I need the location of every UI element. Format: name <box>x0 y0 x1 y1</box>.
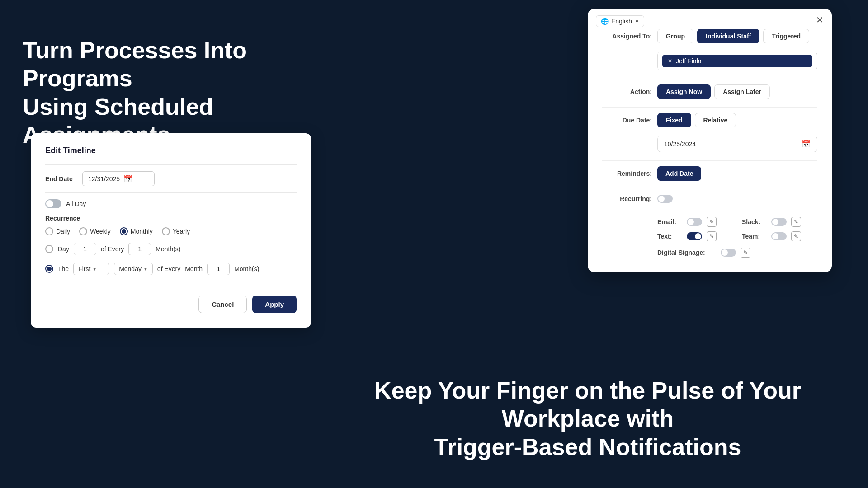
slack-edit-icon[interactable]: ✎ <box>791 217 801 227</box>
tab-individual-staff[interactable]: Individual Staff <box>697 29 760 43</box>
tab-group[interactable]: Group <box>657 29 693 43</box>
btn-fixed[interactable]: Fixed <box>657 113 691 127</box>
months-number-input-2[interactable] <box>207 263 230 275</box>
reminders-row: Reminders: Add Date <box>602 166 817 181</box>
tab-triggered[interactable]: Triggered <box>763 29 809 43</box>
divider-2 <box>45 192 297 193</box>
of-every-text-2: of Every <box>157 265 180 272</box>
slack-toggle[interactable] <box>771 218 787 226</box>
language-selector[interactable]: 🌐 English ▼ <box>596 15 644 27</box>
calendar-icon: 📅 <box>123 174 132 183</box>
apply-button[interactable]: Apply <box>252 296 297 313</box>
panel-divider-2 <box>602 107 817 108</box>
card-title: Edit Timeline <box>45 146 297 155</box>
first-select[interactable]: First ▼ <box>73 263 109 275</box>
all-day-toggle[interactable] <box>45 199 61 208</box>
panel-divider-1 <box>602 79 817 79</box>
date-value-row: 10/25/2024 📅 <box>602 136 817 152</box>
recurring-row: Recurring: <box>602 195 817 203</box>
btn-assign-now[interactable]: Assign Now <box>657 84 711 99</box>
date-field[interactable]: 10/25/2024 📅 <box>657 136 817 152</box>
staff-name: Jeff Fiala <box>676 57 702 65</box>
hero-subtitle: Keep Your Finger on the Pulse of Your Wo… <box>339 376 836 461</box>
recurring-toggle[interactable] <box>657 195 673 203</box>
slack-notif: Slack: ✎ <box>742 217 817 227</box>
radio-weekly[interactable]: Weekly <box>79 227 111 235</box>
digital-signage-toggle[interactable] <box>721 249 736 257</box>
hero-bottom-line2: Trigger-Based Notifications <box>339 433 836 461</box>
reminders-label: Reminders: <box>602 170 652 177</box>
radio-yearly[interactable]: Yearly <box>162 227 190 235</box>
date-value: 10/25/2024 <box>664 141 696 148</box>
card-actions: Cancel Apply <box>45 286 297 313</box>
end-date-input[interactable]: 12/31/2025 📅 <box>82 171 155 186</box>
text-edit-icon[interactable]: ✎ <box>707 231 717 241</box>
end-date-row: End Date 12/31/2025 📅 <box>45 171 297 186</box>
team-toggle[interactable] <box>771 232 787 240</box>
end-date-label: End Date <box>45 175 77 183</box>
close-button[interactable]: ✕ <box>816 15 824 24</box>
radio-monthly[interactable]: Monthly <box>120 227 153 235</box>
text-notif: Text: ✎ <box>657 231 733 241</box>
recurrence-options: Daily Weekly Monthly Yearly <box>45 227 297 235</box>
hero-line1: Turn Processes Into Programs <box>23 36 330 93</box>
text-toggle[interactable] <box>687 232 702 240</box>
edit-timeline-card: Edit Timeline End Date 12/31/2025 📅 All … <box>31 133 311 328</box>
remove-staff-icon[interactable]: ✕ <box>668 58 672 64</box>
lang-dropdown-arrow: ▼ <box>635 19 639 24</box>
first-select-arrow: ▼ <box>92 267 97 272</box>
digital-signage-edit-icon[interactable]: ✎ <box>741 248 750 258</box>
months-label-2: Month(s) <box>234 265 259 272</box>
action-label: Action: <box>602 88 652 95</box>
radio-monthly-circle <box>120 227 128 235</box>
email-toggle[interactable] <box>687 218 702 226</box>
email-label: Email: <box>657 218 682 225</box>
email-edit-icon[interactable]: ✎ <box>707 217 717 227</box>
action-row: Action: Assign Now Assign Later <box>602 84 817 99</box>
staff-input[interactable]: ✕ Jeff Fiala <box>657 52 817 70</box>
action-tabs: Assign Now Assign Later <box>657 84 770 99</box>
digital-signage-label: Digital Signage: <box>657 249 716 256</box>
all-day-row: All Day <box>45 199 297 208</box>
radio-weekly-circle <box>79 227 87 235</box>
panel-divider-3 <box>602 160 817 161</box>
assigned-to-tabs: Group Individual Staff Triggered <box>657 29 809 43</box>
recurrence-section: Recurrence Daily Weekly Monthly Yearly <box>45 215 297 235</box>
the-radio[interactable] <box>45 265 53 273</box>
day-select[interactable]: Monday ▼ <box>114 263 153 275</box>
recurrence-title: Recurrence <box>45 215 297 222</box>
globe-icon: 🌐 <box>601 18 609 25</box>
email-notif: Email: ✎ <box>657 217 733 227</box>
due-date-row: Due Date: Fixed Relative <box>602 113 817 127</box>
months-label-1: Month(s) <box>156 245 180 253</box>
team-label: Team: <box>742 233 767 240</box>
day-label: Day <box>58 245 69 253</box>
end-date-value: 12/31/2025 <box>88 175 120 183</box>
assigned-to-row: Assigned To: Group Individual Staff Trig… <box>602 29 817 43</box>
notif-items: Email: ✎ Slack: ✎ Text: ✎ Team: ✎ <box>657 217 817 241</box>
add-date-button[interactable]: Add Date <box>657 166 701 181</box>
all-day-label: All Day <box>66 200 86 207</box>
hero-bottom-line1: Keep Your Finger on the Pulse of Your Wo… <box>339 376 836 433</box>
day-number-input[interactable] <box>74 243 96 255</box>
card-divider <box>45 164 297 165</box>
radio-daily-circle <box>45 227 53 235</box>
months-number-input-1[interactable] <box>128 243 151 255</box>
due-date-label: Due Date: <box>602 117 652 124</box>
language-label: English <box>611 18 632 25</box>
hero-title: Turn Processes Into Programs Using Sched… <box>23 36 330 149</box>
radio-yearly-circle <box>162 227 170 235</box>
assigned-to-label: Assigned To: <box>602 33 652 40</box>
day-radio[interactable] <box>45 245 53 253</box>
day-select-arrow: ▼ <box>143 267 148 272</box>
of-every-text: of Every <box>101 245 124 253</box>
assignment-panel: 🌐 English ▼ ✕ Assigned To: Group Individ… <box>588 9 832 272</box>
btn-relative[interactable]: Relative <box>695 113 736 127</box>
btn-assign-later[interactable]: Assign Later <box>714 84 770 99</box>
radio-daily[interactable]: Daily <box>45 227 70 235</box>
recurring-label: Recurring: <box>602 195 652 202</box>
digital-signage-notif: Digital Signage: ✎ <box>657 248 817 258</box>
cancel-button[interactable]: Cancel <box>198 296 247 313</box>
team-edit-icon[interactable]: ✎ <box>791 231 801 241</box>
slack-label: Slack: <box>742 218 767 225</box>
